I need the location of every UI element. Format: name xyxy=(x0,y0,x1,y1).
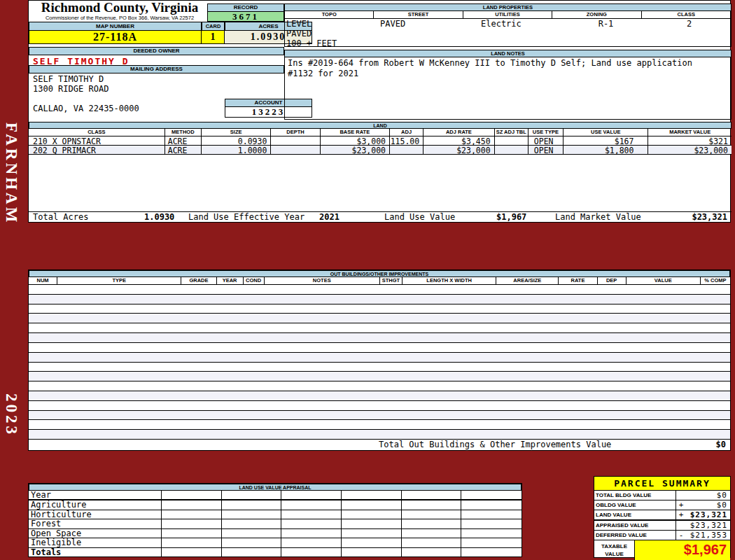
col-year: YEAR xyxy=(217,277,244,284)
parcel-summary-section: PARCEL SUMMARY TOTAL BLDG VALUE $0 OBLDG… xyxy=(594,476,731,558)
land-notes-title: LAND NOTES xyxy=(284,50,732,57)
col-class: CLASS xyxy=(29,129,165,136)
parcel-summary-title: PARCEL SUMMARY xyxy=(594,477,730,491)
sidebar-district-label: FARNHAM xyxy=(2,118,20,230)
sidebar-year-label: 2023 xyxy=(2,391,20,440)
col-size: SIZE xyxy=(202,129,271,136)
col-notes: NOTES xyxy=(265,277,380,284)
appraisal-row-label-totals: Totals xyxy=(29,548,162,556)
summary-row-deferred: DEFERRED VALUE - $21,353 xyxy=(594,531,730,540)
land-table-title: LAND xyxy=(29,122,732,129)
summary-row-land-value: LAND VALUE + $23,321 xyxy=(594,510,730,520)
land-properties-title: LAND PROPERTIES xyxy=(284,4,732,11)
col-num: NUM xyxy=(29,277,57,284)
column-header-zoning: ZONING xyxy=(552,11,641,18)
summary-row-appraised: APPRAISED VALUE $23,321 xyxy=(594,520,730,531)
col-pct-comp: % COMP xyxy=(701,277,730,284)
total-acres-label: Total Acres xyxy=(33,212,88,223)
card-value: 1 xyxy=(202,31,225,44)
col-use-type: USE TYPE xyxy=(528,129,564,136)
plus-symbol: + xyxy=(676,510,686,519)
map-number-label: MAP NUMBER xyxy=(29,22,202,31)
col-base-rate: BASE RATE xyxy=(321,129,390,136)
out-buildings-total-value: $0 xyxy=(716,440,726,450)
summary-row-obldg: OBLDG VALUE + $0 xyxy=(594,500,730,510)
appraisal-row-label: Year xyxy=(29,491,162,499)
land-table-header: CLASS METHOD SIZE DEPTH BASE RATE ADJ AD… xyxy=(29,129,732,136)
taxable-label-line2: VALUE xyxy=(594,550,634,558)
land-notes-line-2: #1132 for 2021 xyxy=(288,69,728,79)
col-sthgt: STHGT xyxy=(380,277,402,284)
appraisal-row-label: Forest xyxy=(29,519,162,528)
property-record-card: Richmond County, Virginia Commissioner o… xyxy=(28,0,731,223)
appraisal-row-label: Open Space xyxy=(29,529,162,538)
col-market-value: MARKET VALUE xyxy=(648,129,731,136)
class-value: 2 xyxy=(648,19,731,46)
page-title: Richmond County, Virginia xyxy=(34,1,205,15)
address-line: CALLAO, VA 22435-0000 xyxy=(33,104,139,113)
col-value: VALUE xyxy=(626,277,701,284)
column-header-class: CLASS xyxy=(642,11,731,18)
column-header-street: STREET xyxy=(374,11,463,18)
topo-extra-line-1: PAVED xyxy=(286,29,370,38)
minus-symbol: - xyxy=(676,531,686,540)
taxable-label-line1: TAXABLE xyxy=(594,542,634,550)
appraisal-row-label: Ineligible xyxy=(29,538,162,547)
land-market-value-label: Land Market Value xyxy=(555,212,641,223)
record-value: 3671 xyxy=(207,12,284,22)
land-row: 202 Q PRIMACR ACRE 1.0000 $23,000 $23,00… xyxy=(29,146,732,155)
deeded-owner-label: DEEDED OWNER xyxy=(29,47,284,55)
topo-extra-line-2: 100 + FEET xyxy=(286,38,370,48)
col-type: TYPE xyxy=(57,277,181,284)
address-line: 1300 RIDGE ROAD xyxy=(33,84,139,94)
col-adj-rate: ADJ RATE xyxy=(424,129,494,136)
plus-symbol: + xyxy=(676,500,686,510)
total-acres-value: 1.0930 xyxy=(144,212,174,223)
col-depth: DEPTH xyxy=(271,129,320,136)
office-subtitle: Commissioner of the Revenue, PO Box 366,… xyxy=(34,15,205,21)
col-sz-adj-tbl: SZ ADJ TBL xyxy=(495,129,528,136)
address-line: SELF TIMOTHY D xyxy=(33,74,139,84)
zoning-value: R-1 xyxy=(564,19,648,46)
out-buildings-title: OUT BUILDINGS/OTHER IMPROVEMENTS xyxy=(29,270,730,277)
land-properties-values: LEVEL PAVED 100 + FEET PAVED Electric R-… xyxy=(284,19,732,47)
out-buildings-section: OUT BUILDINGS/OTHER IMPROVEMENTS NUM TYP… xyxy=(28,270,731,451)
effective-year-value: 2021 xyxy=(319,212,340,223)
taxable-value: $1,967 xyxy=(635,540,730,560)
mailing-address-label: MAILING ADDRESS xyxy=(29,65,284,74)
col-area-size: AREA/SIZE xyxy=(496,277,559,284)
out-buildings-total-row: Total Out Buildings & Other Improvements… xyxy=(29,439,730,451)
appraisal-row-label: Horticulture xyxy=(29,510,162,519)
col-use-value: USE VALUE xyxy=(564,129,648,136)
col-rate: RATE xyxy=(559,277,597,284)
col-grade: GRADE xyxy=(181,277,216,284)
col-method: METHOD xyxy=(165,129,202,136)
topo-value: LEVEL xyxy=(286,19,370,29)
card-label: CARD xyxy=(202,22,225,31)
land-totals-row: Total Acres 1.0930 Land Use Effective Ye… xyxy=(29,211,732,223)
column-header-topo: TOPO xyxy=(285,11,374,18)
out-buildings-total-label: Total Out Buildings & Other Improvements… xyxy=(379,440,611,450)
out-buildings-empty-rows xyxy=(29,285,730,439)
address-line xyxy=(33,94,139,104)
col-cond: COND xyxy=(244,277,265,284)
column-header-utilities: UTILITIES xyxy=(463,11,552,18)
land-row: 210 X OPNSTACR ACRE 0.0930 $3,000 115.00… xyxy=(29,136,732,146)
land-use-value: $1,967 xyxy=(496,212,526,223)
appraisal-row-label: Agriculture xyxy=(29,500,162,509)
utilities-value: Electric xyxy=(463,19,564,46)
land-use-appraisal-section: LAND USE VALUE APPRAISAL Year Agricultur… xyxy=(28,483,522,557)
land-notes-box: Ins #2019-664 from Robert W McKenney III… xyxy=(284,57,732,120)
land-use-value-label: Land Use Value xyxy=(384,212,455,223)
map-number-value: 27-118A xyxy=(29,31,202,44)
street-value: PAVED xyxy=(370,19,463,46)
summary-row-taxable: TAXABLE VALUE $1,967 xyxy=(594,540,730,560)
col-length-x-width: LENGTH X WIDTH xyxy=(402,277,496,284)
land-use-appraisal-title: LAND USE VALUE APPRAISAL xyxy=(29,484,522,491)
col-dep: DEP xyxy=(598,277,626,284)
land-notes-line-1: Ins #2019-664 from Robert W McKenney III… xyxy=(288,58,728,69)
land-market-value: $23,321 xyxy=(692,212,727,223)
out-buildings-header: NUM TYPE GRADE YEAR COND NOTES STHGT LEN… xyxy=(29,277,730,285)
summary-row-total-bldg: TOTAL BLDG VALUE $0 xyxy=(594,491,730,500)
mailing-address-block: SELF TIMOTHY D 1300 RIDGE ROAD CALLAO, V… xyxy=(33,74,139,113)
